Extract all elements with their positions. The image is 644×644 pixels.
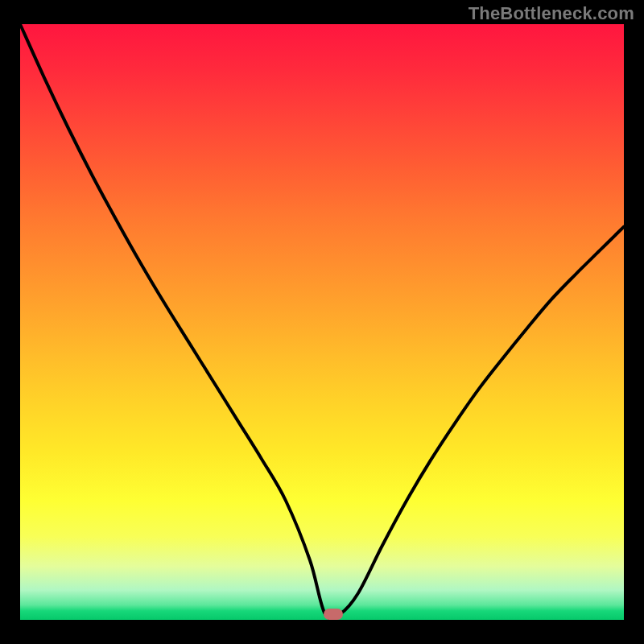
watermark-text: TheBottleneck.com: [469, 3, 634, 24]
chart-frame: TheBottleneck.com: [0, 0, 644, 644]
optimal-marker: [324, 609, 343, 620]
curve-svg: [20, 24, 624, 620]
bottleneck-curve: [20, 24, 624, 619]
plot-area: [20, 24, 624, 620]
